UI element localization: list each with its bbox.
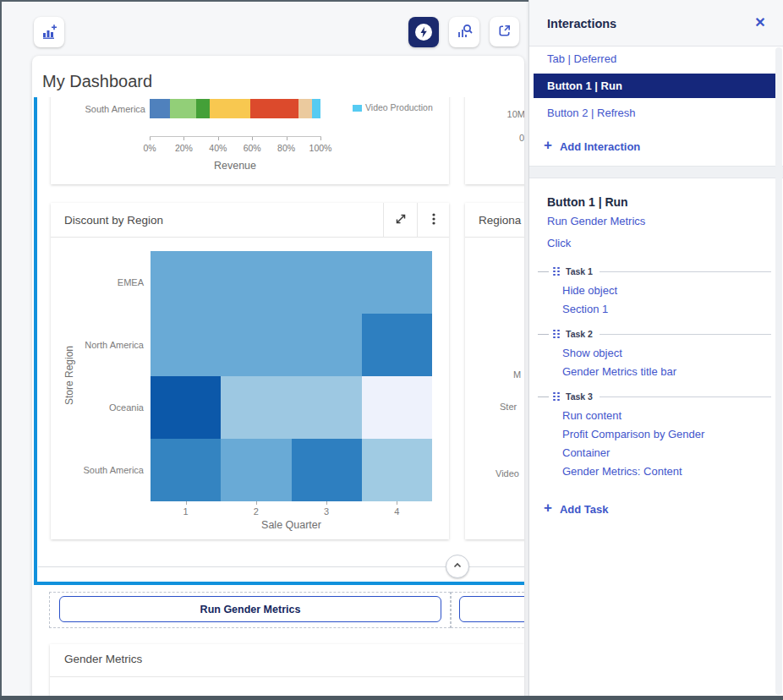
rule <box>600 396 771 397</box>
section-divider <box>469 566 524 567</box>
fullscreen-button[interactable] <box>383 203 417 237</box>
dashboard-sheet: My Dashboard South America Video Product… <box>32 56 524 700</box>
chart-title: Gender Metrics <box>64 653 142 665</box>
task-header: Task 1 <box>529 261 783 282</box>
heatmap-cell <box>221 251 291 314</box>
interaction-item[interactable]: Tab | Deferred <box>529 46 783 72</box>
task-link[interactable]: Show object <box>529 344 783 363</box>
category-label: Video <box>496 468 519 479</box>
task-link[interactable]: Hide object <box>529 282 783 300</box>
heatmap-cell <box>221 376 291 439</box>
open-expand-icon <box>496 23 512 41</box>
x-tick-label: 3 <box>292 506 362 517</box>
x-tick-label: 2 <box>221 506 291 517</box>
x-axis-title: Sale Quarter <box>151 519 432 531</box>
revenue-ticks: 0%20%40%60%80%100% <box>150 143 320 155</box>
heatmap-cell <box>151 314 221 376</box>
interaction-item[interactable]: Button 2 | Refresh <box>529 101 783 126</box>
run-gender-metrics-button[interactable]: Run Gender Metrics <box>59 596 441 622</box>
more-options-button[interactable] <box>417 203 449 237</box>
heatmap-cell <box>362 439 432 501</box>
gender-metrics-card[interactable]: Gender Metrics <box>50 644 524 700</box>
section-divider <box>38 566 446 567</box>
drag-handle-icon[interactable] <box>553 330 560 339</box>
plus-icon: + <box>544 137 552 154</box>
interaction-detail-title: Button 1 | Run <box>529 194 783 211</box>
heatmap-cell <box>151 251 221 314</box>
revenue-bar <box>150 99 320 118</box>
bar-segment <box>196 99 210 118</box>
expand-button[interactable] <box>490 17 519 46</box>
bar-segment <box>210 99 250 118</box>
window-border <box>0 696 783 700</box>
task-link[interactable]: Run content <box>529 407 783 425</box>
task-link[interactable]: Profit Comparison by Gender <box>529 425 783 444</box>
page-title: My Dashboard <box>42 72 152 91</box>
add-chart-button[interactable] <box>34 17 64 47</box>
task-link[interactable]: Section 1 <box>529 300 783 319</box>
interaction-detail: Button 1 | Run Run Gender Metrics Click … <box>529 178 783 522</box>
chevron-up-icon <box>451 559 464 575</box>
regional-chart-card[interactable]: Regiona M Ster Video <box>465 203 524 539</box>
panel-section-divider <box>529 166 783 178</box>
heatmap-cell <box>151 376 221 439</box>
drag-handle-icon[interactable] <box>553 392 560 402</box>
task-link[interactable]: Gender Metrics: Content <box>529 462 783 481</box>
heatmap-cell <box>362 314 432 376</box>
add-interaction-label: Add Interaction <box>560 140 640 153</box>
panel-scrollbar[interactable] <box>775 47 782 695</box>
interaction-target-link[interactable]: Run Gender Metrics <box>529 211 783 232</box>
x-axis-tickmarks <box>150 137 320 141</box>
heatmap-cell <box>292 251 362 314</box>
explore-button[interactable] <box>449 17 479 47</box>
close-icon: ✕ <box>754 15 765 30</box>
heatmap-card[interactable]: Discount by Region <box>51 203 449 539</box>
heatmap-grid[interactable] <box>151 251 432 501</box>
add-task-button[interactable]: + Add Task <box>529 496 783 522</box>
heatmap-cell <box>151 439 221 501</box>
close-panel-button[interactable]: ✕ <box>749 11 771 33</box>
rule <box>600 334 771 335</box>
interaction-item[interactable]: Button 1 | Run <box>534 74 778 98</box>
partial-chart-card[interactable]: 10M 0 <box>465 97 524 184</box>
x-tick-label: 4 <box>362 506 432 517</box>
add-interaction-button[interactable]: + Add Interaction <box>529 134 783 159</box>
interactions-list: Tab | DeferredButton 1 | RunButton 2 | R… <box>529 46 783 126</box>
interactions-button[interactable] <box>408 17 439 47</box>
category-label: M <box>513 369 521 380</box>
x-tick-label: 1 <box>151 506 221 517</box>
heatmap-cell <box>292 439 362 501</box>
chart-title: Regiona <box>479 214 521 227</box>
task-link[interactable]: Container <box>529 444 783 462</box>
dash <box>538 271 549 272</box>
expand-arrows-icon <box>393 211 408 229</box>
bar-segment <box>170 99 195 118</box>
bolt-icon <box>415 24 432 41</box>
partial-button[interactable] <box>459 596 524 622</box>
divider <box>50 676 524 677</box>
heatmap-tickmarks <box>151 501 432 506</box>
panel-header: Interactions ✕ <box>529 0 783 46</box>
bar-segment <box>312 99 320 118</box>
legend-swatch <box>353 105 362 112</box>
bar-segment <box>298 99 312 118</box>
x-axis-title: Revenue <box>150 160 320 172</box>
divider <box>51 237 449 238</box>
revenue-chart-card[interactable]: South America Video Production 0%20%40%6… <box>51 97 449 184</box>
interaction-trigger-link[interactable]: Click <box>529 232 783 254</box>
legend-label: Video Production <box>365 102 433 112</box>
drag-handle-icon[interactable] <box>553 267 560 276</box>
y-tick: 0 <box>519 133 524 143</box>
task-header: Task 2 <box>529 324 783 344</box>
bar-segment <box>250 99 298 118</box>
x-tick-label: 100% <box>309 143 332 153</box>
dash <box>538 334 549 335</box>
heatmap-cell <box>221 439 291 501</box>
heatmap-cell <box>362 251 432 314</box>
task-link[interactable]: Gender Metrics title bar <box>529 363 783 381</box>
heatmap-cell <box>292 314 362 376</box>
collapse-section-button[interactable] <box>446 555 469 578</box>
task-label: Task 1 <box>566 266 593 276</box>
interactions-panel: Interactions ✕ Tab | DeferredButton 1 | … <box>528 0 783 700</box>
dash <box>538 396 549 397</box>
